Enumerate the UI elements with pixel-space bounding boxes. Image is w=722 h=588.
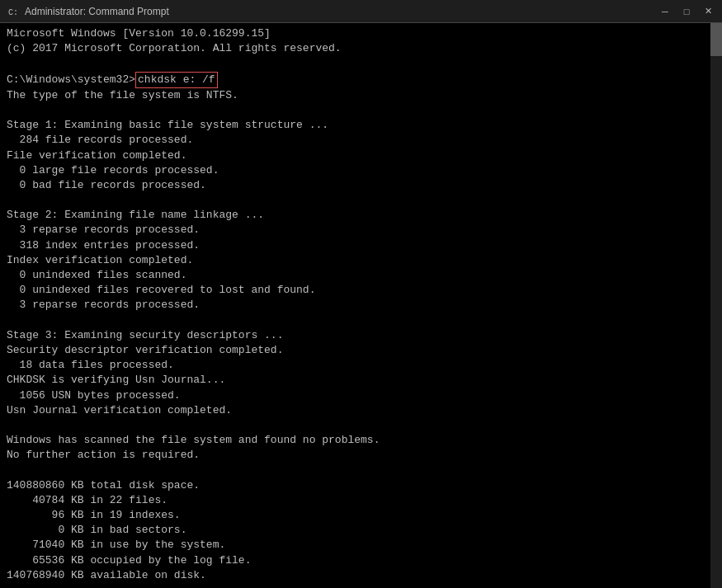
line-3 — [7, 56, 704, 71]
line-35: 71040 KB in use by the system. — [7, 538, 704, 553]
line-31: 140880860 KB total disk space. — [7, 478, 704, 493]
line-37: 140768940 KB available on disk. — [7, 568, 704, 583]
line-24: CHKDSK is verifying Usn Journal... — [7, 373, 704, 388]
line-19: 3 reparse records processed. — [7, 298, 704, 313]
cmd-icon: C: — [7, 5, 20, 18]
line-25: 1056 USN bytes processed. — [7, 388, 704, 403]
line-9: File verification completed. — [7, 148, 704, 163]
command-input: chkdsk e: /f — [135, 72, 218, 88]
line-11: 0 bad file records processed. — [7, 178, 704, 193]
console-content: Microsoft Windows [Version 10.0.16299.15… — [7, 26, 715, 588]
scrollbar[interactable] — [710, 23, 722, 588]
line-16: Index verification completed. — [7, 253, 704, 268]
line-26: Usn Journal verification completed. — [7, 403, 704, 418]
line-6 — [7, 103, 704, 118]
line-2: (c) 2017 Microsoft Corporation. All righ… — [7, 41, 704, 56]
line-20 — [7, 313, 704, 328]
line-18: 0 unindexed files recovered to lost and … — [7, 283, 704, 298]
console-area: Microsoft Windows [Version 10.0.16299.15… — [0, 23, 722, 588]
line-28: Windows has scanned the file system and … — [7, 433, 704, 448]
line-13: Stage 2: Examining file name linkage ... — [7, 208, 704, 223]
prompt-prefix: C:\Windows\system32> — [7, 73, 135, 87]
line-8: 284 file records processed. — [7, 133, 704, 148]
minimize-button[interactable]: ─ — [658, 4, 672, 19]
line-1: Microsoft Windows [Version 10.0.16299.15… — [7, 26, 704, 41]
line-5: The type of the file system is NTFS. — [7, 88, 704, 103]
line-15: 318 index entries processed. — [7, 238, 704, 253]
line-34: 0 KB in bad sectors. — [7, 523, 704, 538]
line-21: Stage 3: Examining security descriptors … — [7, 328, 704, 343]
line-10: 0 large file records processed. — [7, 163, 704, 178]
line-17: 0 unindexed files scanned. — [7, 268, 704, 283]
line-30 — [7, 463, 704, 477]
line-7: Stage 1: Examining basic file system str… — [7, 118, 704, 133]
line-23: 18 data files processed. — [7, 358, 704, 373]
scrollbar-thumb[interactable] — [710, 23, 722, 56]
close-button[interactable]: ✕ — [701, 4, 715, 19]
line-36: 65536 KB occupied by the log file. — [7, 553, 704, 568]
title-bar: C: Administrator: Command Prompt ─ □ ✕ — [0, 0, 722, 23]
line-33: 96 KB in 19 indexes. — [7, 508, 704, 523]
line-32: 40784 KB in 22 files. — [7, 493, 704, 508]
line-27 — [7, 418, 704, 433]
window-title: Administrator: Command Prompt — [25, 6, 169, 17]
line-29: No further action is required. — [7, 448, 704, 463]
line-12 — [7, 193, 704, 208]
prompt-line: C:\Windows\system32>chkdsk e: /f — [7, 72, 704, 88]
line-22: Security descriptor verification complet… — [7, 343, 704, 358]
line-14: 3 reparse records processed. — [7, 223, 704, 238]
maximize-button[interactable]: □ — [679, 4, 694, 19]
svg-text:C:: C: — [8, 8, 18, 17]
line-38 — [7, 583, 704, 588]
